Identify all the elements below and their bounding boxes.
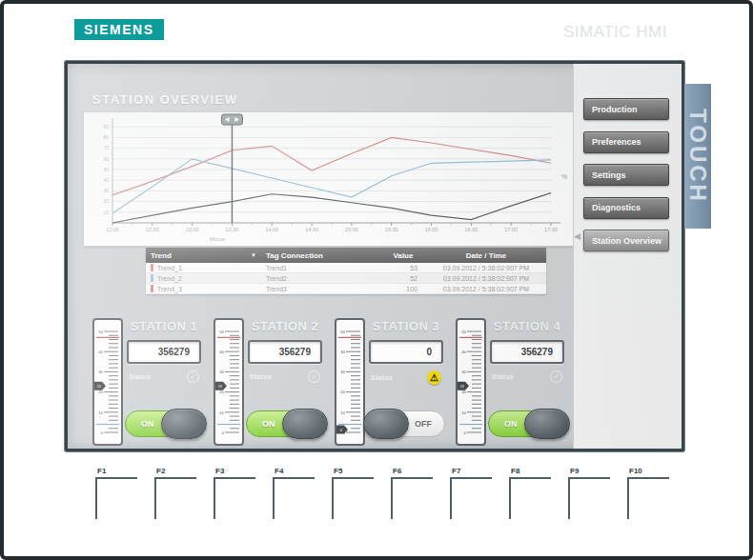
function-key-f10[interactable]: F10 — [620, 465, 679, 524]
station-3-power-toggle[interactable]: OFF — [367, 410, 445, 437]
toggle-knob[interactable] — [282, 409, 328, 439]
station-3-title: STATION 3 — [365, 319, 447, 333]
station-2-power-toggle[interactable]: ON — [246, 410, 324, 437]
station-3-level-slider[interactable]: 010203040500 — [335, 318, 365, 446]
svg-text:14:30: 14:30 — [305, 227, 318, 232]
function-key-f8[interactable]: F8 — [501, 465, 560, 524]
svg-text:Minute: Minute — [210, 236, 226, 242]
cell-value: 52 — [380, 275, 426, 282]
station-2-value-field[interactable]: 356279 — [248, 340, 322, 364]
cell-tag-connection: Trend3 — [262, 286, 380, 292]
column-header-date-time[interactable]: Date / Time — [426, 251, 546, 260]
function-key-label: F5 — [334, 467, 342, 475]
menu-button-preferences[interactable]: Preferences — [583, 131, 669, 153]
toggle-off-label: OFF — [415, 419, 432, 429]
touch-label: TOUCH — [684, 109, 711, 204]
svg-text:17:00: 17:00 — [504, 227, 518, 232]
cell-tag-connection: Trend2 — [262, 275, 380, 282]
toggle-knob[interactable] — [524, 409, 570, 439]
svg-text:10: 10 — [103, 210, 109, 215]
cell-trend: Trend_1 — [157, 265, 182, 271]
svg-text:14:00: 14:00 — [265, 227, 278, 232]
svg-text:60: 60 — [103, 156, 109, 162]
cell-value: 53 — [380, 265, 426, 271]
cell-date-time: 03.09.2012 / 5:38:02:907 PM — [426, 275, 546, 282]
trend-color-chip — [151, 274, 153, 282]
cell-tag-connection: Trend1 — [262, 265, 380, 271]
svg-text:13:30: 13:30 — [226, 227, 239, 232]
column-header-value[interactable]: Value — [380, 251, 426, 260]
station-4-power-toggle[interactable]: ON — [488, 410, 566, 437]
function-key-f3[interactable]: F3 — [206, 465, 265, 524]
station-1-value-field[interactable]: 356279 — [127, 340, 201, 364]
toggle-knob[interactable] — [161, 409, 207, 439]
svg-text:40: 40 — [461, 350, 466, 354]
svg-text:50: 50 — [340, 330, 345, 334]
cell-value: 100 — [380, 286, 426, 292]
svg-text:10: 10 — [461, 410, 466, 415]
function-key-f1[interactable]: F1 — [88, 465, 147, 524]
trend-color-chip — [151, 285, 153, 292]
station-2-title: STATION 2 — [244, 319, 326, 333]
column-header-tag-connection[interactable]: Tag Connection — [262, 251, 380, 260]
toggle-on-label: ON — [262, 419, 275, 429]
svg-text:%: % — [561, 173, 567, 180]
function-key-f4[interactable]: F4 — [265, 465, 324, 524]
table-row-trend_1[interactable]: Trend_1Trend15303.09.2012 / 5:38:02:907 … — [146, 263, 546, 273]
function-key-outline — [332, 477, 374, 519]
function-key-outline — [509, 477, 551, 519]
menu-button-production[interactable]: Production — [583, 98, 669, 120]
station-1-power-toggle[interactable]: ON — [125, 410, 203, 437]
toggle-on-label: ON — [141, 419, 154, 429]
function-key-f6[interactable]: F6 — [383, 465, 442, 524]
svg-text:20: 20 — [461, 390, 466, 394]
svg-text:90: 90 — [103, 124, 109, 130]
svg-text:30: 30 — [461, 370, 466, 374]
trend-table-body: Trend_1Trend15303.09.2012 / 5:38:02:907 … — [146, 263, 546, 294]
menu-scroll-arrow-icon[interactable]: ◀ — [574, 231, 580, 241]
trend-table-header[interactable]: Trend▼Tag ConnectionValueDate / Time — [146, 248, 546, 263]
station-1-title: STATION 1 — [123, 319, 205, 333]
sort-desc-icon[interactable]: ▼ — [251, 252, 256, 258]
function-key-f5[interactable]: F5 — [324, 465, 383, 524]
menu-button-settings[interactable]: Settings — [583, 164, 669, 186]
function-key-label: F1 — [97, 467, 106, 475]
status-ok-icon: ✓ — [187, 370, 199, 383]
function-key-outline — [568, 477, 610, 519]
function-key-f9[interactable]: F9 — [560, 465, 620, 524]
menu-button-station-overview[interactable]: Station Overview — [583, 230, 669, 251]
station-4-level-slider[interactable]: 0102030405023 — [456, 318, 486, 446]
function-key-label: F6 — [393, 467, 401, 475]
station-4-title: STATION 4 — [486, 319, 568, 333]
function-key-label: F9 — [570, 467, 579, 475]
column-header-trend[interactable]: Trend▼ — [146, 251, 262, 260]
function-key-label: F8 — [511, 467, 519, 475]
chart-ruler-handle[interactable] — [221, 114, 242, 125]
function-key-outline — [154, 477, 196, 519]
trend-line-trend_3 — [112, 193, 551, 223]
status-label: Status — [492, 373, 514, 380]
trend-chart-panel: 10203040506070809012:0012:3013:0013:3014… — [83, 111, 575, 247]
status-label: Status — [250, 373, 272, 380]
function-key-outline — [627, 477, 669, 519]
hmi-screen: STATION OVERVIEW 10203040506070809012:00… — [65, 61, 684, 451]
menu-button-diagnostics[interactable]: Diagnostics — [583, 197, 669, 219]
station-2-level-slider[interactable]: 0102030405023 — [214, 318, 244, 446]
function-key-f7[interactable]: F7 — [442, 465, 501, 524]
function-key-label: F7 — [452, 467, 460, 475]
table-row-trend_3[interactable]: Trend_3Trend310003.09.2012 / 5:38:02:907… — [146, 284, 546, 294]
svg-text:20: 20 — [103, 198, 109, 204]
column-header-trend-label: Trend — [151, 251, 172, 260]
toggle-knob[interactable] — [363, 409, 409, 439]
svg-text:0: 0 — [340, 429, 342, 432]
function-key-outline — [391, 477, 433, 519]
station-3-value-field[interactable]: 0 — [369, 340, 443, 364]
station-2-module: 0102030405023STATION 2356279Status✓ON — [208, 315, 329, 450]
station-4-value-field[interactable]: 356279 — [490, 340, 564, 364]
function-key-label: F4 — [275, 467, 283, 475]
svg-text:15:30: 15:30 — [385, 227, 398, 232]
station-1-level-slider[interactable]: 0102030405023 — [92, 318, 123, 446]
status-label: Status — [129, 373, 151, 380]
function-key-f2[interactable]: F2 — [147, 465, 206, 524]
table-row-trend_2[interactable]: Trend_2Trend25203.09.2012 / 5:38:02:907 … — [146, 273, 546, 284]
